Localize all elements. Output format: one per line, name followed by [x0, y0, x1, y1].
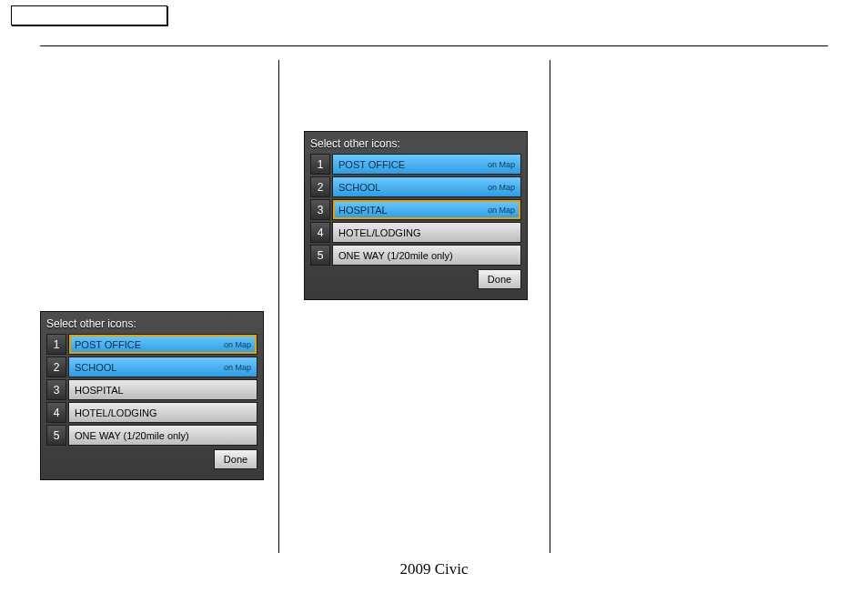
footer-model-year: 2009 Civic — [0, 560, 868, 578]
row-status: on Map — [488, 183, 515, 192]
panel-b-title: Select other icons: — [310, 137, 521, 150]
row-status: on Map — [224, 340, 251, 349]
row-label: POST OFFICE — [75, 339, 141, 350]
row-label: HOTEL/LODGING — [338, 227, 420, 238]
list-item: 2 SCHOOL on Map — [46, 357, 257, 377]
row-number: 4 — [46, 402, 66, 423]
column-divider-2 — [550, 60, 550, 553]
row-label: SCHOOL — [75, 362, 116, 373]
row-number: 3 — [46, 379, 66, 400]
row-label: ONE WAY (1/20mile only) — [75, 430, 189, 441]
row-number: 5 — [46, 425, 66, 446]
icon-option-post-office[interactable]: POST OFFICE on Map — [332, 154, 521, 175]
row-number: 1 — [310, 154, 330, 175]
icon-option-hospital[interactable]: HOSPITAL on Map — [332, 199, 521, 220]
list-item: 1 POST OFFICE on Map — [46, 334, 257, 355]
panel-b-list: 1 POST OFFICE on Map 2 SCHOOL on Map 3 H… — [310, 154, 521, 266]
list-item: 1 POST OFFICE on Map — [310, 154, 521, 175]
list-item: 4 HOTEL/LODGING — [310, 222, 521, 243]
row-label: SCHOOL — [338, 182, 380, 193]
row-status: on Map — [488, 206, 515, 215]
row-number: 5 — [310, 245, 330, 266]
row-label: HOSPITAL — [75, 385, 124, 396]
done-button[interactable]: Done — [214, 449, 257, 469]
icon-option-post-office[interactable]: POST OFFICE on Map — [68, 334, 257, 355]
icon-option-hospital[interactable]: HOSPITAL — [68, 379, 257, 400]
row-status: on Map — [224, 363, 251, 372]
row-number: 2 — [310, 176, 330, 197]
icon-option-school[interactable]: SCHOOL on Map — [68, 357, 257, 377]
row-number: 2 — [46, 357, 66, 377]
select-icons-panel-b: Select other icons: 1 POST OFFICE on Map… — [304, 131, 528, 300]
panel-b-footer: Done — [310, 269, 521, 289]
panel-a-list: 1 POST OFFICE on Map 2 SCHOOL on Map 3 H… — [46, 334, 257, 446]
icon-option-one-way[interactable]: ONE WAY (1/20mile only) — [332, 245, 521, 266]
panel-a-footer: Done — [46, 449, 257, 469]
row-label: ONE WAY (1/20mile only) — [338, 250, 453, 261]
list-item: 5 ONE WAY (1/20mile only) — [310, 245, 521, 266]
row-number: 1 — [46, 334, 66, 355]
row-label: HOSPITAL — [338, 205, 388, 216]
row-number: 3 — [310, 199, 330, 220]
row-status: on Map — [488, 160, 515, 169]
list-item: 5 ONE WAY (1/20mile only) — [46, 425, 257, 446]
select-icons-panel-a: Select other icons: 1 POST OFFICE on Map… — [40, 311, 264, 480]
icon-option-hotel-lodging[interactable]: HOTEL/LODGING — [332, 222, 521, 243]
icon-option-hotel-lodging[interactable]: HOTEL/LODGING — [68, 402, 257, 423]
done-button[interactable]: Done — [478, 269, 521, 289]
list-item: 2 SCHOOL on Map — [310, 176, 521, 197]
list-item: 3 HOSPITAL — [46, 379, 257, 400]
icon-option-one-way[interactable]: ONE WAY (1/20mile only) — [68, 425, 257, 446]
row-label: HOTEL/LODGING — [75, 407, 156, 418]
list-item: 4 HOTEL/LODGING — [46, 402, 257, 423]
horizontal-rule — [40, 45, 828, 46]
column-divider-1 — [278, 60, 279, 553]
row-number: 4 — [310, 222, 330, 243]
panel-a-title: Select other icons: — [46, 317, 257, 330]
row-label: POST OFFICE — [338, 159, 405, 170]
list-item: 3 HOSPITAL on Map — [310, 199, 521, 220]
header-empty-box — [11, 5, 167, 25]
icon-option-school[interactable]: SCHOOL on Map — [332, 176, 521, 197]
